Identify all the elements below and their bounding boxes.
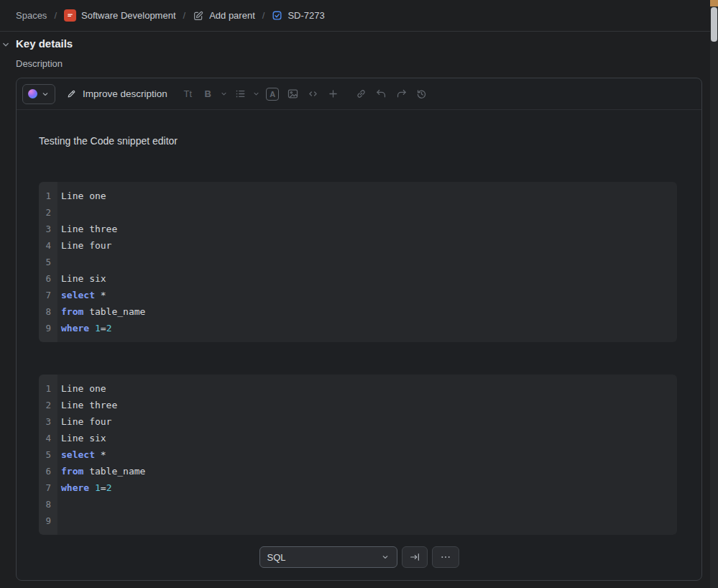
code-text: from table_name	[57, 303, 145, 320]
code-text	[57, 254, 61, 270]
wrap-text-button[interactable]	[402, 546, 428, 568]
breadcrumb: Spaces / Software Development / Add pare…	[0, 0, 710, 32]
breadcrumb-space[interactable]: Software Development	[64, 9, 176, 22]
improve-description-label: Improve description	[83, 88, 167, 99]
space-avatar-icon	[64, 9, 76, 22]
description-editor: Improve description Tt B A	[16, 78, 702, 581]
code-text: Line three	[57, 397, 117, 413]
breadcrumb-task-id: SD-7273	[287, 10, 324, 21]
collapse-chevron-icon[interactable]	[1, 40, 11, 50]
plus-icon[interactable]	[324, 85, 342, 104]
bold-button[interactable]: B	[199, 85, 217, 104]
line-number: 9	[39, 320, 57, 336]
section-title: Key details	[16, 37, 73, 50]
pen-icon	[66, 88, 77, 99]
line-number: 7	[39, 479, 57, 496]
editor-content[interactable]: Testing the Code snippet editor 1Line on…	[17, 110, 701, 568]
scrollbar-top-marker	[710, 0, 718, 6]
language-select-value: SQL	[267, 552, 286, 563]
ai-assistant-button[interactable]	[22, 84, 55, 104]
code-line: 3Line four	[39, 413, 677, 430]
undo-icon[interactable]	[372, 85, 390, 104]
list-chevron-down-icon[interactable]	[252, 85, 262, 104]
code-line: 8from table_name	[39, 303, 677, 320]
scrollbar-thumb[interactable]	[711, 7, 717, 42]
code-line: 4Line six	[39, 430, 677, 446]
breadcrumb-separator: /	[183, 10, 186, 21]
code-text: Line six	[57, 270, 106, 287]
code-text: Line four	[57, 413, 111, 430]
code-line: 5select *	[39, 446, 677, 463]
line-number: 1	[39, 380, 57, 397]
formatting-group: Tt B A	[179, 85, 342, 104]
breadcrumb-separator: /	[262, 10, 265, 21]
history-group	[352, 85, 431, 104]
code-block-toolbar: SQL	[39, 546, 679, 568]
line-number: 8	[39, 496, 57, 513]
redo-icon[interactable]	[392, 85, 410, 104]
code-line: 5	[39, 254, 677, 270]
line-number: 4	[39, 430, 57, 446]
text-style-button[interactable]: Tt	[179, 85, 197, 104]
code-text: Line one	[57, 188, 106, 204]
intro-paragraph[interactable]: Testing the Code snippet editor	[39, 136, 679, 147]
line-number: 3	[39, 221, 57, 237]
line-number: 6	[39, 270, 57, 287]
line-number: 4	[39, 237, 57, 254]
chevron-down-icon	[381, 553, 390, 561]
code-text	[57, 496, 61, 513]
line-number: 8	[39, 303, 57, 320]
line-number: 3	[39, 413, 57, 430]
code-line: 4Line four	[39, 237, 677, 254]
line-number: 5	[39, 446, 57, 463]
breadcrumb-add-parent[interactable]: Add parent	[193, 10, 255, 22]
line-number: 6	[39, 463, 57, 479]
code-line: 7where 1=2	[39, 479, 677, 496]
line-number: 7	[39, 287, 57, 303]
code-line: 6Line six	[39, 270, 677, 287]
bullet-list-icon[interactable]	[231, 85, 249, 104]
code-text: from table_name	[57, 463, 145, 479]
more-options-button[interactable]	[432, 546, 459, 568]
code-line: 2Line three	[39, 397, 677, 413]
breadcrumb-add-parent-label: Add parent	[209, 10, 255, 21]
chevron-down-icon	[41, 90, 50, 98]
language-select[interactable]: SQL	[259, 546, 397, 568]
breadcrumb-task[interactable]: SD-7273	[272, 10, 324, 21]
task-page: Spaces / Software Development / Add pare…	[0, 0, 718, 588]
line-number: 1	[39, 188, 57, 204]
bold-chevron-down-icon[interactable]	[219, 85, 229, 104]
code-text: select *	[57, 287, 106, 303]
history-icon[interactable]	[413, 85, 431, 104]
code-text: select *	[57, 446, 106, 463]
code-text: Line one	[57, 380, 106, 397]
scrollbar-track[interactable]	[710, 0, 718, 588]
code-block[interactable]: 1Line one23Line three4Line four56Line si…	[39, 182, 677, 342]
edit-icon	[193, 10, 204, 22]
image-icon[interactable]	[284, 85, 302, 104]
line-number: 2	[39, 397, 57, 413]
breadcrumb-separator: /	[54, 10, 57, 21]
link-icon[interactable]	[352, 85, 370, 104]
improve-description-button[interactable]: Improve description	[66, 88, 167, 99]
description-label: Description	[16, 58, 63, 69]
ellipsis-icon	[440, 551, 451, 563]
text-color-button[interactable]: A	[264, 85, 282, 104]
wrap-arrow-icon	[409, 551, 420, 563]
task-status-checkbox-icon	[272, 10, 282, 21]
code-line: 8	[39, 496, 677, 513]
code-line: 1Line one	[39, 380, 677, 397]
text-color-icon: A	[266, 88, 279, 101]
code-line: 9where 1=2	[39, 320, 677, 336]
code-text: where 1=2	[57, 320, 111, 336]
code-line: 6from table_name	[39, 463, 677, 479]
code-text: Line three	[57, 221, 117, 237]
code-text: Line six	[57, 430, 106, 446]
code-text	[57, 513, 61, 529]
code-line: 7select *	[39, 287, 677, 303]
code-icon[interactable]	[304, 85, 322, 104]
code-block[interactable]: 1Line one2Line three3Line four4Line six5…	[39, 375, 677, 535]
code-line: 1Line one	[39, 188, 677, 204]
breadcrumb-spaces[interactable]: Spaces	[16, 10, 47, 21]
code-line: 9	[39, 513, 677, 529]
